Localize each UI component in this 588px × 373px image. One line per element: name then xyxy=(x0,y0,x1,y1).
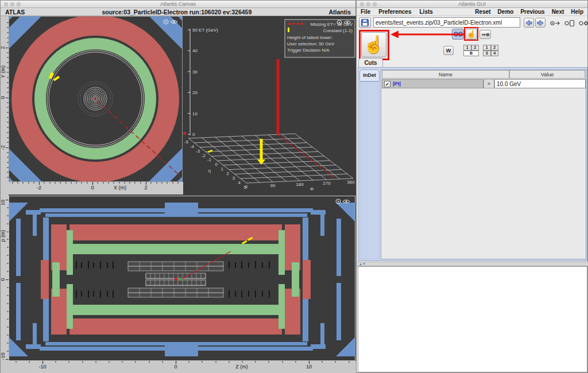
event-copy-icon xyxy=(564,20,575,27)
menu-help[interactable]: Help xyxy=(571,9,583,15)
previous-event-button[interactable] xyxy=(524,18,534,28)
menu-demo[interactable]: Demo xyxy=(498,9,514,15)
svg-text:0: 0 xyxy=(1,96,6,99)
svg-text:3: 3 xyxy=(233,176,235,181)
menu-preferences[interactable]: Preferences xyxy=(378,9,411,15)
event-settings-button[interactable] xyxy=(579,19,588,29)
svg-text:10: 10 xyxy=(192,111,198,116)
split-cell: 3 xyxy=(483,50,491,56)
svg-text:-5: -5 xyxy=(184,139,189,145)
lego-legend: Missing ET= 36 GeV Constant (1-1) Height… xyxy=(285,20,355,57)
vertex-dot xyxy=(175,278,177,281)
atlas-label: ATLAS xyxy=(5,9,25,15)
lego-plot-view[interactable]: 50 ET (GeV) 40 30 20 10 0 -5 -4 -3 -2 -1… xyxy=(183,16,357,195)
svg-text:-3: -3 xyxy=(196,149,200,154)
output-log-area[interactable] xyxy=(358,266,587,372)
minimize-button[interactable] xyxy=(366,2,370,6)
annotation-arrow xyxy=(389,28,465,41)
window-w-button[interactable]: W xyxy=(443,46,454,55)
tab-cuts[interactable]: Cuts xyxy=(358,58,383,68)
split-cell: 1 xyxy=(483,45,491,50)
forward-arrow-icon xyxy=(536,20,544,26)
svg-text:-2: -2 xyxy=(1,145,6,150)
split-cell: 4 xyxy=(491,50,499,56)
zoom-button[interactable] xyxy=(17,2,21,6)
svg-text:Height of tallest tower:: Height of tallest tower: xyxy=(287,35,332,40)
zoom-button[interactable] xyxy=(373,2,377,6)
svg-text:10: 10 xyxy=(1,200,6,205)
panel-splitter[interactable]: ▲▼ xyxy=(357,262,588,266)
minimize-button[interactable] xyxy=(10,2,14,6)
svg-text:-2: -2 xyxy=(202,153,206,158)
next-event-button[interactable] xyxy=(535,18,546,28)
split-cell: B xyxy=(463,50,479,56)
svg-text:0: 0 xyxy=(174,364,177,370)
open-file-button[interactable] xyxy=(359,17,371,28)
menu-reset[interactable]: Reset xyxy=(475,9,490,15)
svg-text:0: 0 xyxy=(215,162,218,167)
canvas-titlebar[interactable]: Atlantis Canvas xyxy=(1,1,355,8)
cut-operator-cell[interactable]: > xyxy=(483,79,494,88)
menu-lists[interactable]: Lists xyxy=(420,9,433,15)
pt-cut-checkbox[interactable]: ✔ xyxy=(384,81,390,87)
cursor-sync-button[interactable] xyxy=(479,30,491,39)
event-source-label: source:03_ParticleID-Electron run:106020… xyxy=(25,9,328,15)
close-button[interactable] xyxy=(360,2,364,6)
event-loop-icon xyxy=(550,20,560,27)
column-header-value: Value xyxy=(509,70,585,79)
svg-text:2: 2 xyxy=(227,171,230,176)
svg-text:-10: -10 xyxy=(38,364,46,370)
vertex-dot xyxy=(94,98,96,100)
annotation-box-small xyxy=(464,27,478,41)
svg-text:0: 0 xyxy=(192,132,195,137)
svg-text:Z (m): Z (m) xyxy=(235,364,248,370)
rz-projection-view[interactable]: -10 0 10 Z (m) 10 0 -10 ρ (m) xyxy=(1,195,357,373)
svg-text:Constant (1-1): Constant (1-1) xyxy=(323,28,353,33)
svg-text:2: 2 xyxy=(144,185,147,191)
svg-text:50 ET (GeV): 50 ET (GeV) xyxy=(192,28,218,33)
split-cell: 2 xyxy=(491,45,499,50)
svg-text:0: 0 xyxy=(91,185,94,191)
close-button[interactable] xyxy=(4,2,8,6)
svg-text:0: 0 xyxy=(1,278,6,281)
canvas-header: ATLAS source:03_ParticleID-Electron run:… xyxy=(1,8,355,16)
svg-text:-1: -1 xyxy=(207,157,212,162)
gui-titlebar[interactable]: Atlantis GUI xyxy=(357,1,587,8)
svg-text:0: 0 xyxy=(245,184,248,189)
back-arrow-icon xyxy=(525,20,533,26)
gui-window-title: Atlantis GUI xyxy=(458,1,486,7)
svg-text:360: 360 xyxy=(347,180,355,185)
svg-text:User selection: 50 GeV: User selection: 50 GeV xyxy=(287,41,335,46)
svg-text:180: 180 xyxy=(296,182,304,187)
menu-next[interactable]: Next xyxy=(552,9,564,15)
svg-text:4: 4 xyxy=(238,180,241,185)
event-copy-button[interactable] xyxy=(564,19,575,29)
svg-text:30: 30 xyxy=(192,69,198,75)
w-label: W xyxy=(446,48,451,53)
menu-file[interactable]: File xyxy=(361,9,370,15)
svg-text:Y (m): Y (m) xyxy=(1,65,6,78)
tab-indet[interactable]: InDet xyxy=(359,69,380,81)
yx-projection-view[interactable]: -2 0 2 X (m) 2 0 -2 Y (m) xyxy=(1,16,183,195)
event-loop-button[interactable] xyxy=(550,19,560,29)
svg-text:η: η xyxy=(208,168,211,173)
svg-text:270: 270 xyxy=(323,181,331,186)
layout-split-b-button[interactable]: 1 2 B xyxy=(463,45,479,56)
svg-text:ρ (m): ρ (m) xyxy=(1,230,6,242)
splitter-down-icon[interactable]: ▼ xyxy=(362,262,366,266)
menu-previous[interactable]: Previous xyxy=(520,9,544,15)
window-controls xyxy=(4,2,21,6)
layout-split-4-button[interactable]: 1 2 3 4 xyxy=(483,45,498,56)
cut-table: Name Value ✔ |Pt| > xyxy=(381,69,586,259)
pt-cut-label: |Pt| xyxy=(393,81,401,87)
split-cell: 2 xyxy=(471,45,479,50)
event-source-field[interactable] xyxy=(373,17,520,28)
event-settings-icon xyxy=(579,20,588,27)
cut-value-field[interactable] xyxy=(494,79,586,88)
tower-legend-swatch xyxy=(288,28,289,32)
cut-name-cell[interactable]: ✔ |Pt| xyxy=(382,79,483,88)
menu-bar: File Preferences Lists Reset Demo Previo… xyxy=(357,8,587,16)
svg-text:Trigger Decision N/A: Trigger Decision N/A xyxy=(287,48,330,53)
canvas-window-title: Atlantis Canvas xyxy=(160,1,196,7)
svg-text:1: 1 xyxy=(221,166,224,172)
